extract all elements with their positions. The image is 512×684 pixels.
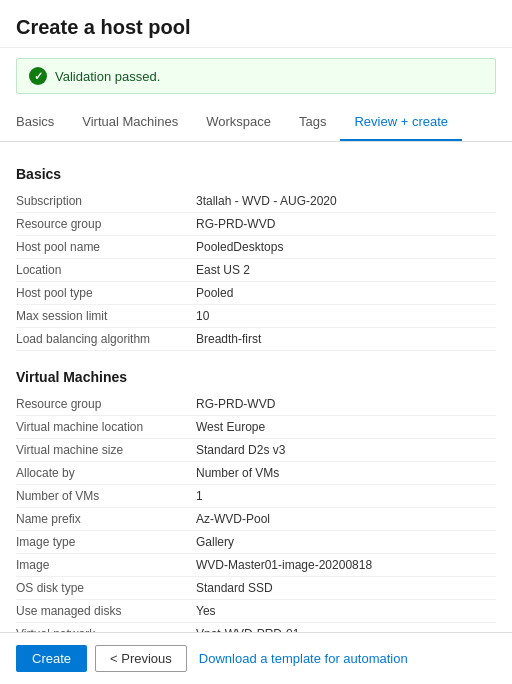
value-host-pool-type: Pooled [196,286,496,300]
value-resource-group-basics: RG-PRD-WVD [196,217,496,231]
value-image: WVD-Master01-image-20200818 [196,558,496,572]
field-managed-disks: Use managed disks Yes [16,600,496,623]
value-host-pool-name: PooledDesktops [196,240,496,254]
label-image-type: Image type [16,535,196,549]
label-host-pool-type: Host pool type [16,286,196,300]
field-os-disk-type: OS disk type Standard SSD [16,577,496,600]
label-num-vms: Number of VMs [16,489,196,503]
field-vm-resource-group: Resource group RG-PRD-WVD [16,393,496,416]
validation-message: Validation passed. [55,69,160,84]
label-vm-resource-group: Resource group [16,397,196,411]
field-resource-group-basics: Resource group RG-PRD-WVD [16,213,496,236]
value-load-balancing: Breadth-first [196,332,496,346]
value-allocate-by: Number of VMs [196,466,496,480]
value-image-type: Gallery [196,535,496,549]
tab-virtual-machines[interactable]: Virtual Machines [68,104,192,141]
tab-review-create[interactable]: Review + create [340,104,462,141]
value-managed-disks: Yes [196,604,496,618]
label-location: Location [16,263,196,277]
vm-section-title: Virtual Machines [16,369,496,385]
label-name-prefix: Name prefix [16,512,196,526]
label-subscription: Subscription [16,194,196,208]
field-image-type: Image type Gallery [16,531,496,554]
value-vm-resource-group: RG-PRD-WVD [196,397,496,411]
label-vm-size: Virtual machine size [16,443,196,457]
page-header: Create a host pool [0,0,512,48]
footer: Create < Previous Download a template fo… [0,632,512,684]
field-max-session-limit: Max session limit 10 [16,305,496,328]
tab-workspace[interactable]: Workspace [192,104,285,141]
label-image: Image [16,558,196,572]
field-vm-size: Virtual machine size Standard D2s v3 [16,439,496,462]
label-os-disk-type: OS disk type [16,581,196,595]
tabs-nav: Basics Virtual Machines Workspace Tags R… [0,104,512,142]
tab-tags[interactable]: Tags [285,104,340,141]
value-max-session-limit: 10 [196,309,496,323]
previous-button[interactable]: < Previous [95,645,187,672]
field-host-pool-type: Host pool type Pooled [16,282,496,305]
page-title: Create a host pool [16,16,496,39]
value-os-disk-type: Standard SSD [196,581,496,595]
field-image: Image WVD-Master01-image-20200818 [16,554,496,577]
check-icon: ✓ [29,67,47,85]
basics-section-title: Basics [16,166,496,182]
field-vm-location: Virtual machine location West Europe [16,416,496,439]
value-vm-size: Standard D2s v3 [196,443,496,457]
label-resource-group-basics: Resource group [16,217,196,231]
value-num-vms: 1 [196,489,496,503]
value-location: East US 2 [196,263,496,277]
label-max-session-limit: Max session limit [16,309,196,323]
create-button[interactable]: Create [16,645,87,672]
validation-banner: ✓ Validation passed. [16,58,496,94]
label-load-balancing: Load balancing algorithm [16,332,196,346]
field-subscription: Subscription 3tallah - WVD - AUG-2020 [16,190,496,213]
field-allocate-by: Allocate by Number of VMs [16,462,496,485]
field-host-pool-name: Host pool name PooledDesktops [16,236,496,259]
label-vm-location: Virtual machine location [16,420,196,434]
label-allocate-by: Allocate by [16,466,196,480]
label-host-pool-name: Host pool name [16,240,196,254]
value-name-prefix: Az-WVD-Pool [196,512,496,526]
field-location: Location East US 2 [16,259,496,282]
value-vm-location: West Europe [196,420,496,434]
field-load-balancing: Load balancing algorithm Breadth-first [16,328,496,351]
download-template-link[interactable]: Download a template for automation [199,651,408,666]
field-name-prefix: Name prefix Az-WVD-Pool [16,508,496,531]
label-managed-disks: Use managed disks [16,604,196,618]
field-num-vms: Number of VMs 1 [16,485,496,508]
tab-basics[interactable]: Basics [16,104,68,141]
main-content: Basics Subscription 3tallah - WVD - AUG-… [0,142,512,684]
value-subscription: 3tallah - WVD - AUG-2020 [196,194,496,208]
